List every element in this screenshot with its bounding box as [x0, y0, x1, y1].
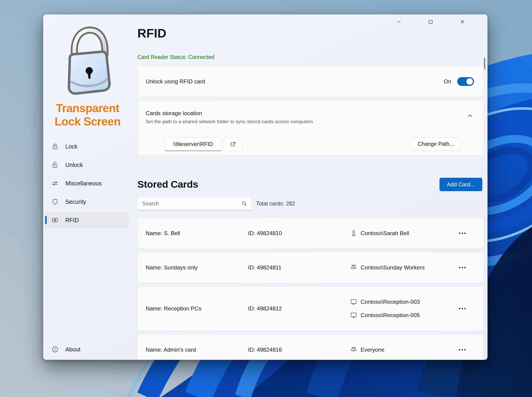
card-row: Name: Reception PCsID: 49824812Contoso\R…: [137, 286, 484, 331]
card-more-options-button[interactable]: [455, 304, 469, 314]
storage-card-header[interactable]: Cards storage location Set the path to a…: [138, 101, 483, 131]
assignment-label: Everyone: [361, 347, 385, 353]
storage-divider: [138, 131, 483, 131]
assignment-line: Contoso\Sarah Bell: [350, 229, 441, 237]
info-icon: [51, 346, 59, 353]
sidebar-item-unlock[interactable]: Unlock: [45, 157, 129, 173]
page-title: RFID: [137, 26, 166, 40]
sidebar-item-rfid[interactable]: RFID: [45, 212, 129, 228]
sidebar-nav: LockUnlockMiscellaneousSecurityRFID: [45, 139, 129, 231]
card-row: Name: S. BellID: 49824810Contoso\Sarah B…: [137, 218, 484, 248]
sidebar-item-label: Lock: [65, 143, 78, 150]
sidebar: Transparent Lock Screen LockUnlockMiscel…: [43, 14, 132, 360]
sidebar-item-label: Security: [65, 198, 86, 205]
assignment-line: Everyone: [350, 346, 441, 354]
sidebar-item-label: Unlock: [65, 162, 83, 168]
unlock-toggle-label: Unlock using RFID card: [146, 78, 205, 85]
storage-path-input[interactable]: [164, 137, 222, 151]
app-logo-title: Transparent Lock Screen: [43, 102, 132, 128]
unlock-toggle-switch[interactable]: [457, 77, 474, 86]
card-assignments: Contoso\Sarah Bell: [350, 229, 441, 237]
padlock-logo: [58, 21, 115, 100]
card-id: ID: 49824812: [248, 305, 350, 312]
lock-icon: [51, 143, 59, 150]
card-id: ID: 49824810: [248, 230, 350, 236]
assignment-label: Contoso\Sarah Bell: [361, 230, 409, 236]
stored-cards-title: Stored Cards: [137, 179, 198, 190]
add-card-button[interactable]: Add Card...: [440, 178, 482, 191]
card-row: Name: Admin's cardID: 49824816Everyone: [137, 334, 484, 360]
search-input[interactable]: [137, 197, 252, 210]
open-external-icon: [230, 141, 236, 148]
card-assignments: Everyone: [350, 346, 441, 354]
storage-location-card: Cards storage location Set the path to a…: [137, 100, 484, 156]
card-name: Name: S. Bell: [146, 230, 248, 236]
monitor-icon: [350, 311, 357, 319]
open-path-button[interactable]: [224, 137, 242, 151]
main-content: RFID Card Reader Status: Connected Unloc…: [132, 14, 487, 360]
chevron-up-icon: [467, 113, 473, 119]
sidebar-item-label: RFID: [65, 217, 79, 223]
card-more-options-button[interactable]: [455, 228, 469, 238]
storage-title: Cards storage location: [146, 110, 202, 117]
card-id: ID: 49824816: [248, 347, 350, 353]
card-row: Name: Sundays onlyID: 49824811Contoso\Su…: [137, 252, 484, 283]
ellipsis-icon: [458, 232, 467, 234]
people-icon: [350, 346, 357, 354]
assignment-label: Contoso\Reception-003: [361, 299, 420, 305]
unlock-setting-card: Unlock using RFID card On: [137, 66, 484, 97]
person-icon: [350, 229, 357, 237]
card-more-options-button[interactable]: [455, 262, 469, 273]
sidebar-item-label: Miscellaneous: [65, 180, 102, 187]
sliders-icon: [51, 180, 59, 187]
toggle-state-label: On: [444, 78, 451, 85]
app-window: Transparent Lock Screen LockUnlockMiscel…: [43, 14, 488, 360]
logo-title-line1: Transparent: [43, 102, 132, 115]
card-assignments: Contoso\Sunday Workers: [350, 264, 441, 272]
card-name: Name: Reception PCs: [146, 305, 248, 312]
ellipsis-icon: [458, 267, 467, 269]
card-name: Name: Sundays only: [146, 264, 248, 271]
stored-cards-list: Name: S. BellID: 49824810Contoso\Sarah B…: [137, 218, 484, 360]
ellipsis-icon: [458, 307, 467, 310]
assignment-line: Contoso\Reception-003: [350, 298, 441, 306]
change-path-button[interactable]: Change Path...: [410, 137, 461, 151]
shield-icon: [51, 198, 59, 205]
search-icon: [241, 200, 248, 207]
search-box: [137, 197, 252, 210]
assignment-label: Contoso\Reception-005: [361, 312, 420, 318]
rfid-card-icon: [51, 217, 59, 224]
sidebar-about: About: [45, 341, 129, 357]
card-more-options-button[interactable]: [455, 345, 469, 355]
sidebar-item-lock[interactable]: Lock: [45, 139, 129, 154]
total-cards-label: Total cards: 282: [256, 200, 295, 207]
card-reader-status: Card Reader Status: Connected: [137, 54, 214, 60]
vertical-scrollbar[interactable]: [484, 58, 485, 69]
card-id: ID: 49824811: [248, 264, 350, 271]
assignment-line: Contoso\Sunday Workers: [350, 264, 441, 272]
sidebar-item-label: About: [65, 346, 80, 353]
sidebar-item-about[interactable]: About: [45, 341, 129, 357]
sidebar-item-security[interactable]: Security: [45, 194, 129, 210]
card-name: Name: Admin's card: [146, 347, 248, 353]
collapse-section-button[interactable]: [467, 113, 474, 119]
monitor-icon: [350, 298, 357, 306]
sidebar-item-miscellaneous[interactable]: Miscellaneous: [45, 175, 129, 191]
assignment-label: Contoso\Sunday Workers: [361, 264, 425, 271]
card-assignments: Contoso\Reception-003Contoso\Reception-0…: [350, 298, 441, 319]
unlock-icon: [51, 161, 59, 168]
toggle-knob: [466, 78, 473, 85]
storage-subtitle: Set the path to a shared network folder …: [146, 119, 313, 124]
people-icon: [350, 264, 357, 272]
logo-title-line2: Lock Screen: [43, 115, 132, 128]
ellipsis-icon: [458, 349, 467, 351]
assignment-line: Contoso\Reception-005: [350, 311, 441, 319]
